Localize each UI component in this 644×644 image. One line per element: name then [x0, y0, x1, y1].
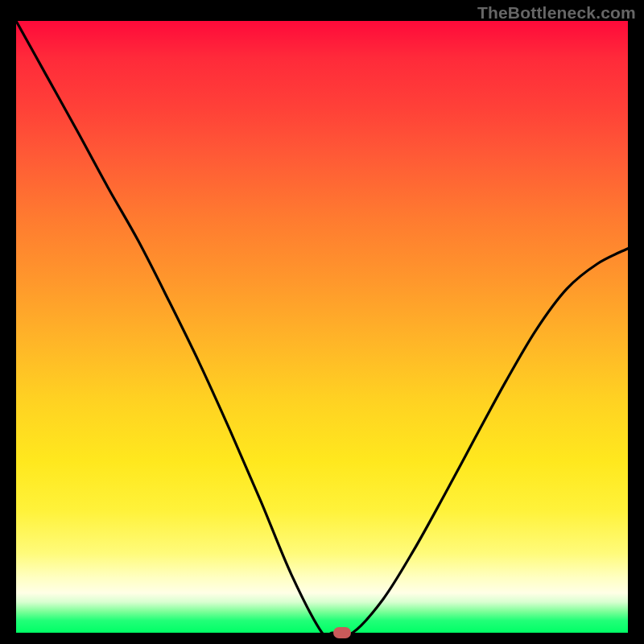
watermark-label: TheBottleneck.com — [477, 3, 636, 23]
plot-area — [16, 21, 628, 633]
bottleneck-marker — [333, 627, 351, 638]
bottleneck-curve — [16, 21, 628, 637]
chart-frame: TheBottleneck.com — [0, 0, 644, 644]
curve-svg — [16, 21, 628, 633]
